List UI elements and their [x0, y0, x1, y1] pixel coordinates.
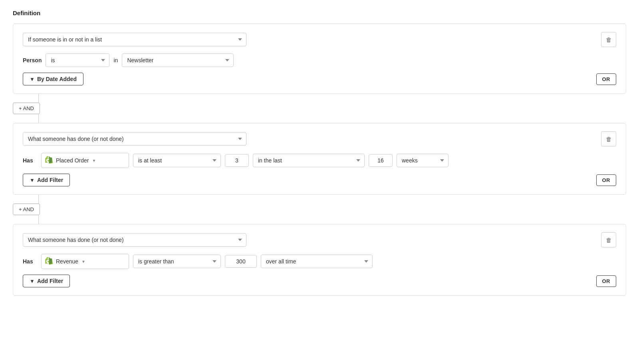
connector-line-2	[38, 195, 39, 204]
block1-by-date-button[interactable]: ▼ By Date Added	[23, 73, 83, 85]
block3-count-input[interactable]	[225, 255, 257, 268]
block3-delete-button[interactable]: 🗑	[601, 232, 616, 247]
and-connector-1: + AND	[13, 94, 626, 123]
block2-add-filter-button[interactable]: ▼ Add Filter	[23, 174, 70, 186]
chevron-down-icon-3: ▼	[81, 259, 85, 264]
block1-header: If someone is in or not in a list What s…	[23, 32, 616, 47]
block3-time-select[interactable]: over all time in the last before after	[261, 255, 373, 268]
condition-block-2: What someone has done (or not done) If s…	[13, 123, 626, 195]
block2-type-select[interactable]: What someone has done (or not done) If s…	[23, 132, 246, 146]
filter-icon: ▼	[30, 76, 35, 82]
trash-icon: 🗑	[606, 36, 612, 43]
block2-type-select-wrap: What someone has done (or not done) If s…	[23, 132, 246, 146]
block2-footer: ▼ Add Filter OR	[23, 174, 616, 186]
block1-type-select[interactable]: If someone is in or not in a list What s…	[23, 33, 246, 46]
filter-icon-3: ▼	[30, 278, 35, 284]
and-label-1: + AND	[19, 105, 34, 111]
block1-by-date-label: By Date Added	[37, 76, 77, 82]
shopify-icon-3	[45, 257, 54, 266]
block2-or-label: OR	[602, 177, 611, 183]
block3-event-select-wrap[interactable]: Revenue ▼	[41, 254, 129, 269]
block2-time-select[interactable]: in the last over all time before after	[253, 154, 365, 167]
block2-or-button[interactable]: OR	[596, 174, 617, 186]
block3-event-text: Revenue	[56, 258, 78, 265]
connector-line-1	[38, 94, 39, 103]
block2-has-label: Has	[23, 157, 37, 164]
block1-or-label: OR	[602, 76, 611, 82]
block3-footer: ▼ Add Filter OR	[23, 275, 616, 287]
block1-person-row: Person is is not in Newsletter VIP Custo…	[23, 53, 616, 67]
block3-or-label: OR	[602, 278, 611, 284]
and-connector-2: + AND	[13, 195, 626, 224]
filter-icon-2: ▼	[30, 177, 35, 183]
block1-footer: ▼ By Date Added OR	[23, 73, 616, 85]
condition-block-1: If someone is in or not in a list What s…	[13, 24, 626, 94]
connector-line-1b	[38, 114, 39, 123]
block2-condition-select[interactable]: is at least is at most equals is between	[133, 154, 221, 167]
block3-has-label: Has	[23, 258, 37, 265]
block1-or-button[interactable]: OR	[596, 73, 617, 85]
shopify-icon-2	[45, 156, 54, 165]
trash-icon-3: 🗑	[606, 237, 612, 243]
block3-type-select-wrap: What someone has done (or not done) If s…	[23, 233, 246, 247]
chevron-down-icon-2: ▼	[92, 158, 96, 163]
condition-block-3: What someone has done (or not done) If s…	[13, 224, 626, 296]
page-title: Definition	[13, 10, 626, 16]
block1-person-is-select[interactable]: is is not	[46, 53, 109, 67]
block2-event-text: Placed Order	[56, 157, 89, 164]
block2-unit-select[interactable]: weeks days months	[397, 154, 448, 167]
and-button-1[interactable]: + AND	[13, 103, 40, 114]
connector-line-2b	[38, 215, 39, 224]
block2-time-number-input[interactable]	[369, 154, 393, 167]
block2-header: What someone has done (or not done) If s…	[23, 131, 616, 146]
block2-has-row: Has Placed Order ▼ is at least is at mos…	[23, 153, 616, 168]
block3-condition-select[interactable]: is greater than is less than equals is b…	[133, 255, 221, 268]
block3-add-filter-button[interactable]: ▼ Add Filter	[23, 275, 70, 287]
block1-list-select[interactable]: Newsletter VIP Customers Unsubscribed	[122, 53, 234, 67]
block1-delete-button[interactable]: 🗑	[601, 32, 616, 47]
block3-has-row: Has Revenue ▼ is greater than is less th…	[23, 254, 616, 269]
block2-add-filter-label: Add Filter	[37, 177, 63, 183]
block3-or-button[interactable]: OR	[596, 275, 617, 287]
trash-icon-2: 🗑	[606, 136, 612, 142]
block1-in-label: in	[113, 57, 118, 63]
and-label-2: + AND	[19, 206, 34, 212]
block2-delete-button[interactable]: 🗑	[601, 131, 616, 146]
block2-count-input[interactable]	[225, 154, 249, 167]
block3-header: What someone has done (or not done) If s…	[23, 232, 616, 247]
block2-event-select-wrap[interactable]: Placed Order ▼	[41, 153, 129, 168]
and-button-2[interactable]: + AND	[13, 204, 40, 215]
block3-type-select[interactable]: What someone has done (or not done) If s…	[23, 233, 246, 247]
block1-person-label: Person	[23, 57, 42, 63]
definition-section: Definition If someone is in or not in a …	[13, 10, 626, 296]
block1-type-select-wrap: If someone is in or not in a list What s…	[23, 33, 246, 46]
block3-add-filter-label: Add Filter	[37, 278, 63, 284]
